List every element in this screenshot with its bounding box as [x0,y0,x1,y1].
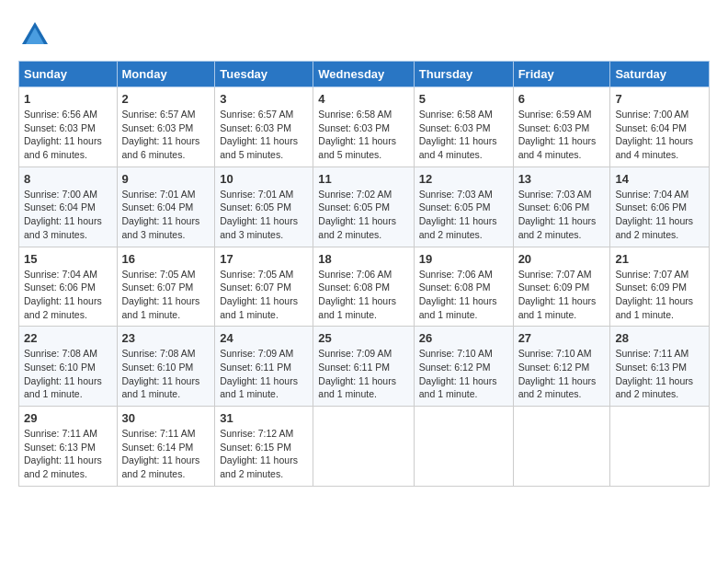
day-info: Sunrise: 7:08 AM Sunset: 6:10 PM Dayligh… [24,347,112,401]
calendar-cell: 7 Sunrise: 7:00 AM Sunset: 6:04 PM Dayli… [610,87,710,167]
day-number: 8 [24,172,112,186]
day-number: 2 [122,92,210,106]
day-number: 14 [615,172,704,186]
day-number: 12 [419,172,508,186]
calendar-cell [313,407,414,487]
calendar-week-row: 15 Sunrise: 7:04 AM Sunset: 6:06 PM Dayl… [19,247,710,327]
calendar-cell: 28 Sunrise: 7:11 AM Sunset: 6:13 PM Dayl… [610,327,710,407]
calendar-cell: 14 Sunrise: 7:04 AM Sunset: 6:06 PM Dayl… [610,167,710,247]
day-info: Sunrise: 7:08 AM Sunset: 6:10 PM Dayligh… [122,347,210,401]
day-info: Sunrise: 7:09 AM Sunset: 6:11 PM Dayligh… [318,347,408,401]
calendar-cell: 2 Sunrise: 6:57 AM Sunset: 6:03 PM Dayli… [117,87,215,167]
day-number: 10 [220,172,308,186]
day-number: 29 [24,411,112,425]
col-header-friday: Friday [513,62,610,87]
day-info: Sunrise: 7:09 AM Sunset: 6:11 PM Dayligh… [220,347,308,401]
logo-icon [18,18,51,52]
day-number: 4 [318,92,408,106]
day-number: 1 [24,92,112,106]
day-info: Sunrise: 7:01 AM Sunset: 6:05 PM Dayligh… [220,188,308,242]
calendar-cell: 10 Sunrise: 7:01 AM Sunset: 6:05 PM Dayl… [215,167,313,247]
calendar-cell: 11 Sunrise: 7:02 AM Sunset: 6:05 PM Dayl… [313,167,414,247]
day-info: Sunrise: 7:10 AM Sunset: 6:12 PM Dayligh… [518,347,606,401]
col-header-thursday: Thursday [414,62,513,87]
day-info: Sunrise: 6:58 AM Sunset: 6:03 PM Dayligh… [318,108,408,162]
day-info: Sunrise: 6:58 AM Sunset: 6:03 PM Dayligh… [419,108,508,162]
day-info: Sunrise: 6:57 AM Sunset: 6:03 PM Dayligh… [122,108,210,162]
day-info: Sunrise: 7:04 AM Sunset: 6:06 PM Dayligh… [24,268,112,322]
calendar-cell: 31 Sunrise: 7:12 AM Sunset: 6:15 PM Dayl… [215,407,313,487]
col-header-sunday: Sunday [19,62,118,87]
calendar-week-row: 22 Sunrise: 7:08 AM Sunset: 6:10 PM Dayl… [19,327,710,407]
day-number: 16 [122,252,210,266]
day-number: 15 [24,252,112,266]
day-info: Sunrise: 6:57 AM Sunset: 6:03 PM Dayligh… [220,108,308,162]
day-number: 9 [122,172,210,186]
calendar-cell: 4 Sunrise: 6:58 AM Sunset: 6:03 PM Dayli… [313,87,414,167]
day-number: 25 [318,331,408,345]
day-info: Sunrise: 7:10 AM Sunset: 6:12 PM Dayligh… [419,347,508,401]
day-info: Sunrise: 7:04 AM Sunset: 6:06 PM Dayligh… [615,188,704,242]
day-info: Sunrise: 7:07 AM Sunset: 6:09 PM Dayligh… [615,268,704,322]
day-number: 17 [220,252,308,266]
calendar-cell [610,407,710,487]
col-header-wednesday: Wednesday [313,62,414,87]
day-info: Sunrise: 7:00 AM Sunset: 6:04 PM Dayligh… [24,188,112,242]
calendar-week-row: 1 Sunrise: 6:56 AM Sunset: 6:03 PM Dayli… [19,87,710,167]
calendar-cell: 21 Sunrise: 7:07 AM Sunset: 6:09 PM Dayl… [610,247,710,327]
calendar-cell: 9 Sunrise: 7:01 AM Sunset: 6:04 PM Dayli… [117,167,215,247]
day-number: 20 [518,252,606,266]
day-number: 11 [318,172,408,186]
calendar-cell: 18 Sunrise: 7:06 AM Sunset: 6:08 PM Dayl… [313,247,414,327]
day-number: 26 [419,331,508,345]
calendar-cell: 27 Sunrise: 7:10 AM Sunset: 6:12 PM Dayl… [513,327,610,407]
day-info: Sunrise: 6:59 AM Sunset: 6:03 PM Dayligh… [518,108,606,162]
calendar-cell: 1 Sunrise: 6:56 AM Sunset: 6:03 PM Dayli… [19,87,118,167]
day-info: Sunrise: 7:06 AM Sunset: 6:08 PM Dayligh… [318,268,408,322]
day-number: 28 [615,331,704,345]
day-info: Sunrise: 7:11 AM Sunset: 6:13 PM Dayligh… [24,427,112,481]
col-header-monday: Monday [117,62,215,87]
day-number: 19 [419,252,508,266]
calendar-cell: 26 Sunrise: 7:10 AM Sunset: 6:12 PM Dayl… [414,327,513,407]
calendar-cell: 6 Sunrise: 6:59 AM Sunset: 6:03 PM Dayli… [513,87,610,167]
calendar-cell: 3 Sunrise: 6:57 AM Sunset: 6:03 PM Dayli… [215,87,313,167]
day-number: 18 [318,252,408,266]
day-number: 21 [615,252,704,266]
day-number: 31 [220,411,308,425]
day-info: Sunrise: 7:01 AM Sunset: 6:04 PM Dayligh… [122,188,210,242]
day-info: Sunrise: 7:00 AM Sunset: 6:04 PM Dayligh… [615,108,704,162]
day-number: 24 [220,331,308,345]
day-number: 5 [419,92,508,106]
day-number: 23 [122,331,210,345]
day-number: 27 [518,331,606,345]
day-info: Sunrise: 7:02 AM Sunset: 6:05 PM Dayligh… [318,188,408,242]
calendar-cell: 13 Sunrise: 7:03 AM Sunset: 6:06 PM Dayl… [513,167,610,247]
day-info: Sunrise: 7:11 AM Sunset: 6:14 PM Dayligh… [122,427,210,481]
day-number: 3 [220,92,308,106]
calendar-week-row: 8 Sunrise: 7:00 AM Sunset: 6:04 PM Dayli… [19,167,710,247]
page-header [18,18,710,52]
day-info: Sunrise: 7:07 AM Sunset: 6:09 PM Dayligh… [518,268,606,322]
day-number: 30 [122,411,210,425]
day-info: Sunrise: 7:03 AM Sunset: 6:06 PM Dayligh… [518,188,606,242]
calendar-cell: 15 Sunrise: 7:04 AM Sunset: 6:06 PM Dayl… [19,247,118,327]
day-info: Sunrise: 7:11 AM Sunset: 6:13 PM Dayligh… [615,347,704,401]
calendar-cell: 17 Sunrise: 7:05 AM Sunset: 6:07 PM Dayl… [215,247,313,327]
calendar-cell: 20 Sunrise: 7:07 AM Sunset: 6:09 PM Dayl… [513,247,610,327]
logo [18,18,55,52]
calendar-cell [414,407,513,487]
day-number: 22 [24,331,112,345]
calendar-cell: 29 Sunrise: 7:11 AM Sunset: 6:13 PM Dayl… [19,407,118,487]
calendar-cell: 19 Sunrise: 7:06 AM Sunset: 6:08 PM Dayl… [414,247,513,327]
day-number: 6 [518,92,606,106]
calendar-week-row: 29 Sunrise: 7:11 AM Sunset: 6:13 PM Dayl… [19,407,710,487]
day-info: Sunrise: 7:03 AM Sunset: 6:05 PM Dayligh… [419,188,508,242]
calendar-header-row: SundayMondayTuesdayWednesdayThursdayFrid… [19,62,710,87]
calendar-cell: 8 Sunrise: 7:00 AM Sunset: 6:04 PM Dayli… [19,167,118,247]
col-header-saturday: Saturday [610,62,710,87]
calendar-cell: 22 Sunrise: 7:08 AM Sunset: 6:10 PM Dayl… [19,327,118,407]
calendar-cell: 25 Sunrise: 7:09 AM Sunset: 6:11 PM Dayl… [313,327,414,407]
day-number: 7 [615,92,704,106]
calendar-cell: 5 Sunrise: 6:58 AM Sunset: 6:03 PM Dayli… [414,87,513,167]
